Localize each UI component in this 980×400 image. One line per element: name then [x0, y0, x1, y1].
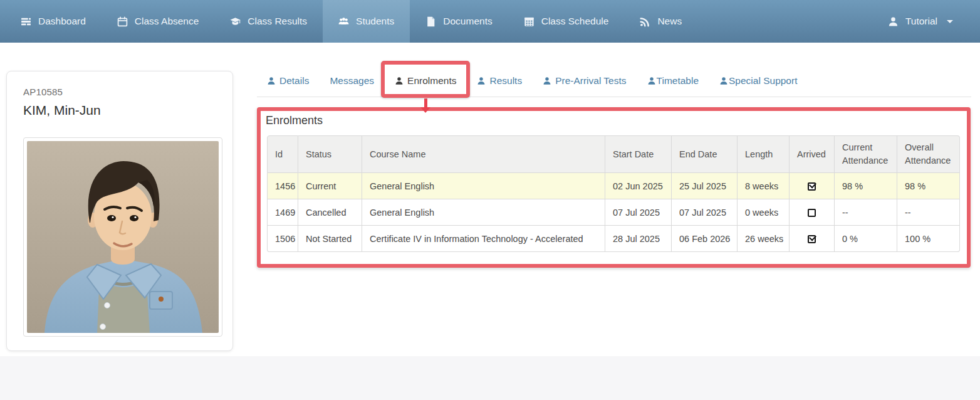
- nav-right: Tutorial: [872, 0, 980, 43]
- cell-current-attendance: 98 %: [835, 173, 897, 199]
- col-end-date: End Date: [672, 135, 738, 173]
- cell-status: Current: [298, 173, 362, 199]
- student-name: KIM, Min-Jun: [23, 103, 232, 118]
- tab-label: Enrolments: [407, 75, 456, 87]
- nav-items: Dashboard Class Absence Class Results St…: [0, 0, 697, 43]
- nav-item-label: Documents: [443, 16, 492, 27]
- col-status: Status: [298, 135, 362, 173]
- cell-overall-attendance: 98 %: [897, 173, 960, 199]
- tab-label: Details: [279, 75, 309, 87]
- cell-arrived: [790, 199, 835, 226]
- user-icon: [888, 16, 899, 27]
- arrived-checkbox[interactable]: [808, 182, 816, 191]
- nav-item-label: News: [657, 16, 682, 27]
- tab-pre-arrival-tests[interactable]: Pre-Arrival Tests: [534, 69, 634, 93]
- cell-start-date: 02 Jun 2025: [605, 173, 672, 199]
- table-header-row: Id Status Course Name Start Date End Dat…: [267, 135, 960, 173]
- nav-item-class-results[interactable]: Class Results: [214, 0, 323, 43]
- main-content: AP10585 KIM, Min-Jun: [0, 43, 980, 356]
- users-icon: [338, 16, 349, 27]
- nav-item-label: Class Results: [248, 16, 307, 27]
- enrolment-row[interactable]: 1506 Not Started Certificate IV in Infor…: [267, 226, 960, 252]
- tab-label: Messages: [330, 75, 374, 87]
- cell-end-date: 06 Feb 2026: [672, 226, 738, 252]
- top-navbar: Dashboard Class Absence Class Results St…: [0, 0, 980, 43]
- cell-length: 8 weeks: [738, 173, 790, 199]
- col-id: Id: [267, 135, 298, 173]
- tab-details[interactable]: Details: [259, 69, 317, 93]
- nav-item-label: Dashboard: [38, 16, 86, 27]
- person-icon: [395, 76, 404, 85]
- col-arrived: Arrived: [790, 135, 835, 173]
- nav-item-label: Students: [356, 16, 394, 27]
- nav-item-label: Class Schedule: [541, 16, 609, 27]
- student-card: AP10585 KIM, Min-Jun: [6, 71, 233, 351]
- enrolments-heading: Enrolments: [266, 114, 323, 127]
- user-menu-label: Tutorial: [905, 16, 937, 27]
- cell-arrived: [790, 226, 835, 252]
- tab-special-support[interactable]: Special Support: [711, 69, 805, 93]
- tab-results[interactable]: Results: [469, 69, 530, 93]
- nav-item-label: Class Absence: [135, 16, 199, 27]
- cell-start-date: 28 Jul 2025: [605, 226, 672, 252]
- person-icon: [647, 76, 656, 85]
- cell-status: Not Started: [298, 226, 362, 252]
- cell-length: 0 weeks: [738, 199, 790, 226]
- student-tabs: Details Messages Enrolments Results Pre-…: [257, 65, 971, 97]
- col-start-date: Start Date: [605, 135, 672, 173]
- tab-label: Timetable: [657, 75, 699, 87]
- cell-length: 26 weeks: [738, 226, 790, 252]
- calendar-outline-icon: [117, 16, 128, 27]
- cell-status: Cancelled: [298, 199, 362, 226]
- nav-item-documents[interactable]: Documents: [410, 0, 508, 43]
- user-menu-tutorial[interactable]: Tutorial: [872, 0, 969, 43]
- nav-item-students[interactable]: Students: [323, 0, 410, 43]
- tab-label: Results: [489, 75, 522, 87]
- person-icon: [719, 76, 728, 85]
- cell-course: Certificate IV in Information Technology…: [362, 226, 605, 252]
- nav-item-dashboard[interactable]: Dashboard: [5, 0, 102, 43]
- enrolments-table: Id Status Course Name Start Date End Dat…: [267, 135, 960, 252]
- student-id: AP10585: [23, 87, 232, 97]
- cell-end-date: 07 Jul 2025: [672, 199, 738, 226]
- person-icon: [477, 76, 486, 85]
- annotation-arrow-down: [420, 98, 430, 113]
- rss-icon: [640, 16, 650, 27]
- col-course-name: Course Name: [362, 135, 605, 173]
- enrolment-row[interactable]: 1456 Current General English 02 Jun 2025…: [267, 173, 960, 199]
- person-icon: [543, 76, 551, 85]
- cell-start-date: 07 Jul 2025: [605, 199, 672, 226]
- col-length: Length: [738, 135, 790, 173]
- arrived-checkbox[interactable]: [808, 235, 816, 243]
- cell-id: 1506: [267, 226, 298, 252]
- student-photo: [23, 137, 222, 337]
- cell-current-attendance: --: [835, 199, 897, 226]
- cell-id: 1456: [267, 173, 298, 199]
- tab-enrolments[interactable]: Enrolments: [387, 69, 464, 93]
- tab-timetable[interactable]: Timetable: [639, 69, 707, 93]
- calendar-grid-icon: [524, 16, 534, 27]
- tab-label: Pre-Arrival Tests: [555, 75, 626, 87]
- document-icon: [425, 16, 436, 27]
- nav-item-class-absence[interactable]: Class Absence: [102, 0, 215, 43]
- cell-overall-attendance: --: [897, 199, 960, 226]
- chevron-down-icon: [947, 20, 953, 23]
- col-current-attendance: Current Attendance: [835, 135, 897, 173]
- tab-label: Special Support: [729, 75, 797, 87]
- graduation-cap-icon: [230, 16, 241, 27]
- nav-item-class-schedule[interactable]: Class Schedule: [508, 0, 625, 43]
- student-detail-panel: Details Messages Enrolments Results Pre-…: [257, 43, 971, 337]
- cell-arrived: [790, 173, 835, 199]
- cell-end-date: 25 Jul 2025: [672, 173, 738, 199]
- cell-current-attendance: 0 %: [835, 226, 897, 252]
- cell-course: General English: [362, 173, 605, 199]
- nav-item-news[interactable]: News: [624, 0, 697, 43]
- cell-course: General English: [362, 199, 605, 226]
- cell-id: 1469: [267, 199, 298, 226]
- enrolment-row[interactable]: 1469 Cancelled General English 07 Jul 20…: [267, 199, 960, 226]
- student-portrait-illustration: [27, 141, 219, 333]
- cell-overall-attendance: 100 %: [897, 226, 960, 252]
- tab-messages[interactable]: Messages: [321, 69, 382, 93]
- arrived-checkbox[interactable]: [808, 209, 816, 217]
- col-overall-attendance: Overall Attendance: [897, 135, 960, 173]
